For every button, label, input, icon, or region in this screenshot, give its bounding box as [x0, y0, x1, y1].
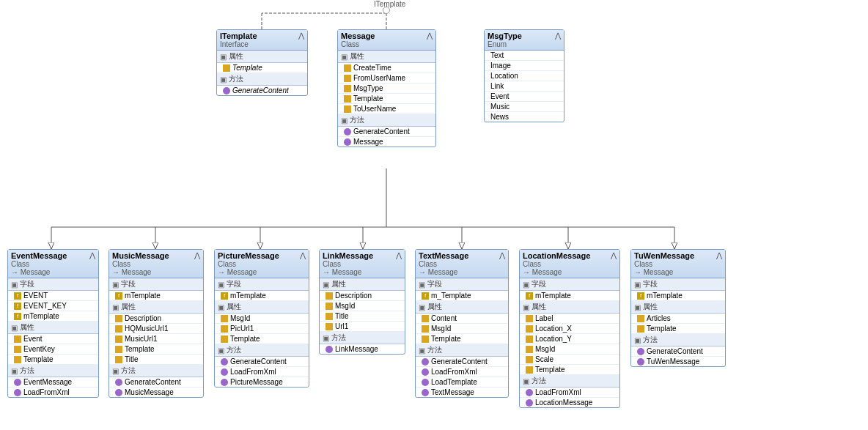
textmessage-attr-template: Template [416, 334, 508, 344]
musicmessage-attr-section: ▣属性 [109, 301, 203, 314]
musicmessage-attr-description: Description [109, 314, 203, 324]
musicmessage-attr-hqmusicurl1: HQMusicUrl1 [109, 324, 203, 334]
locationmessage-attr-section: ▣属性 [520, 301, 619, 314]
textmessage-method-loadfromxml: LoadFromXml [416, 367, 508, 377]
picturemessage-name: PictureMessage [218, 251, 279, 260]
locationmessage-method-loadfromxml: LoadFromXml [520, 388, 619, 398]
locationmessage-attr-msgid: MsgId [520, 344, 619, 355]
musicmessage-method-musicmessage: MusicMessage [109, 388, 203, 397]
musicmessage-attr-musicurl1: MusicUrl1 [109, 334, 203, 344]
textmessage-name: TextMessage [419, 251, 468, 260]
locationmessage-box: LocationMessage Class → Message ⋀ ▣字段 fm… [519, 249, 620, 408]
textmessage-collapse[interactable]: ⋀ [499, 251, 505, 259]
itemplateclass-box: ITemplate Interface ⋀ ▣属性 Template ▣方法 G… [216, 29, 308, 96]
linkmessage-attr-description: Description [320, 291, 405, 301]
locationmessage-collapse[interactable]: ⋀ [611, 251, 617, 259]
itemplateclass-header: ITemplate Interface ⋀ [217, 30, 307, 51]
itemplateclass-attr-section: ▣属性 [217, 51, 307, 63]
eventmessage-name: EventMessage [11, 251, 67, 260]
message-method-message: Message [338, 137, 435, 147]
linkmessage-name: LinkMessage [323, 251, 373, 260]
msgtype-item-location: Location [485, 71, 564, 81]
musicmessage-field-mtemplate: fmTemplate [109, 291, 203, 301]
msgtype-item-music: Music [485, 102, 564, 112]
locationmessage-method-section: ▣方法 [520, 375, 619, 388]
musicmessage-stereotype: Class [112, 260, 169, 268]
locationmessage-attr-label: Label [520, 314, 619, 324]
msgtype-item-event: Event [485, 92, 564, 102]
locationmessage-attr-locationx: Location_X [520, 324, 619, 334]
eventmessage-field-section: ▣字段 [8, 278, 98, 291]
picturemessage-method-generatecontent: GenerateContent [215, 357, 309, 367]
message-attr-template: Template [338, 94, 435, 104]
itemplateclass-method-section: ▣方法 [217, 73, 307, 86]
textmessage-field-section: ▣字段 [416, 278, 508, 291]
tuwenmessage-method-section: ▣方法 [631, 334, 725, 346]
linkmessage-stereotype: Class [323, 260, 373, 268]
locationmessage-header: LocationMessage Class → Message ⋀ [520, 250, 619, 278]
eventmessage-collapse[interactable]: ⋀ [89, 251, 95, 259]
tuwenmessage-collapse[interactable]: ⋀ [716, 251, 722, 259]
eventmessage-header: EventMessage Class → Message ⋀ [8, 250, 98, 278]
itemplateclass-attr-template: Template [217, 63, 307, 73]
picturemessage-method-picturemessage: PictureMessage [215, 377, 309, 387]
eventmessage-attr-section: ▣属性 [8, 322, 98, 334]
tuwenmessage-field-section: ▣字段 [631, 278, 725, 291]
message-box: Message Class ⋀ ▣属性 CreateTime FromUserN… [337, 29, 436, 147]
message-attr-tousername: ToUserName [338, 104, 435, 114]
eventmessage-method-section: ▣方法 [8, 365, 98, 377]
picturemessage-method-section: ▣方法 [215, 344, 309, 357]
eventmessage-field-eventkey: fEVENT_KEY [8, 301, 98, 311]
message-collapse[interactable]: ⋀ [427, 31, 433, 40]
itemplateclass-collapse[interactable]: ⋀ [298, 31, 304, 40]
picturemessage-header: PictureMessage Class → Message ⋀ [215, 250, 309, 278]
locationmessage-name: LocationMessage [523, 251, 590, 260]
msgtype-header: MsgType Enum ⋀ [485, 30, 564, 51]
musicmessage-name: MusicMessage [112, 251, 169, 260]
linkmessage-box: LinkMessage Class → Message ⋀ ▣属性 Descri… [319, 249, 405, 355]
message-method-section: ▣方法 [338, 114, 435, 127]
locationmessage-attr-locationy: Location_Y [520, 334, 619, 344]
musicmessage-header: MusicMessage Class → Message ⋀ [109, 250, 203, 278]
eventmessage-field-mtemplate: fmTemplate [8, 311, 98, 322]
msgtype-item-image: Image [485, 61, 564, 71]
message-attr-fromusername: FromUserName [338, 73, 435, 84]
tuwenmessage-header: TuWenMessage Class → Message ⋀ [631, 250, 725, 278]
tuwenmessage-name: TuWenMessage [634, 251, 694, 260]
musicmessage-field-section: ▣字段 [109, 278, 203, 291]
msgtype-stereotype: Enum [488, 40, 522, 48]
musicmessage-collapse[interactable]: ⋀ [194, 251, 200, 259]
textmessage-field-mtemplate: fm_Template [416, 291, 508, 301]
eventmessage-attr-eventkey: EventKey [8, 344, 98, 355]
msgtype-collapse[interactable]: ⋀ [555, 31, 561, 40]
picturemessage-box: PictureMessage Class → Message ⋀ ▣字段 fmT… [214, 249, 309, 388]
picturemessage-collapse[interactable]: ⋀ [300, 251, 306, 259]
textmessage-box: TextMessage Class → Message ⋀ ▣字段 fm_Tem… [415, 249, 509, 398]
eventmessage-method-eventmessage: EventMessage [8, 377, 98, 388]
tuwenmessage-attr-template: Template [631, 324, 725, 334]
musicmessage-method-generatecontent: GenerateContent [109, 377, 203, 388]
tuwenmessage-field-mtemplate: fmTemplate [631, 291, 725, 301]
eventmessage-attr-event: Event [8, 334, 98, 344]
linkmessage-method-section: ▣方法 [320, 332, 405, 344]
tuwenmessage-attr-articles: Articles [631, 314, 725, 324]
textmessage-method-generatecontent: GenerateContent [416, 357, 508, 367]
msgtype-item-text: Text [485, 51, 564, 61]
message-attr-msgtype: MsgType [338, 84, 435, 94]
picturemessage-attr-picurl1: PicUrl1 [215, 324, 309, 334]
message-stereotype: Class [341, 40, 375, 48]
eventmessage-box: EventMessage Class → Message ⋀ ▣字段 fEVEN… [7, 249, 99, 398]
textmessage-method-section: ▣方法 [416, 344, 508, 357]
locationmessage-attr-template: Template [520, 365, 619, 375]
msgtype-name: MsgType [488, 31, 522, 40]
linkmessage-header: LinkMessage Class → Message ⋀ [320, 250, 405, 278]
linkmessage-collapse[interactable]: ⋀ [396, 251, 402, 259]
linkmessage-attr-title: Title [320, 311, 405, 322]
linkmessage-attr-msgid: MsgId [320, 301, 405, 311]
tuwenmessage-method-generatecontent: GenerateContent [631, 346, 725, 357]
picturemessage-field-section: ▣字段 [215, 278, 309, 291]
linkmessage-attr-url1: Url1 [320, 322, 405, 332]
tuwenmessage-attr-section: ▣属性 [631, 301, 725, 314]
musicmessage-attr-template: Template [109, 344, 203, 355]
picturemessage-stereotype: Class [218, 260, 279, 268]
